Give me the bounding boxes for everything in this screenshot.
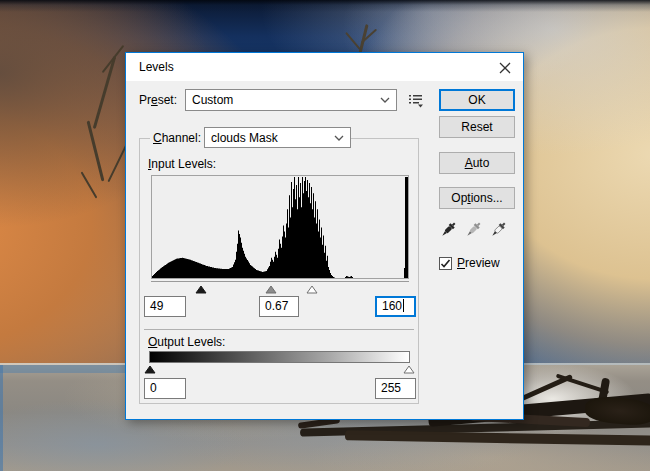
- highlight-input-slider[interactable]: [306, 283, 318, 292]
- output-white-slider[interactable]: [403, 363, 415, 372]
- screen: Levels Preset: Custom OK Reset Auto Opti…: [0, 0, 650, 471]
- water-edge: [0, 365, 3, 471]
- input-slider-track: [151, 281, 409, 282]
- chevron-down-icon: [334, 135, 344, 141]
- close-icon[interactable]: [497, 60, 513, 76]
- white-eyedropper-icon[interactable]: [487, 219, 509, 241]
- histogram-path: [152, 177, 408, 278]
- preset-label: Preset:: [139, 90, 177, 111]
- checkmark-icon: [439, 257, 452, 270]
- separator: [144, 329, 414, 330]
- levels-dialog: Levels Preset: Custom OK Reset Auto Opti…: [125, 52, 524, 420]
- preset-value: Custom: [186, 93, 380, 107]
- black-eyedropper-icon[interactable]: [437, 219, 459, 241]
- output-black-slider[interactable]: [144, 363, 156, 372]
- preset-menu-icon[interactable]: [406, 92, 426, 108]
- output-high-field[interactable]: 255: [375, 378, 416, 399]
- water-band: [0, 365, 125, 373]
- reset-button[interactable]: Reset: [439, 116, 515, 138]
- options-button[interactable]: Options...: [439, 187, 515, 209]
- midtone-input-field[interactable]: 0.67: [259, 296, 299, 317]
- preview-checkbox[interactable]: [439, 257, 452, 270]
- preset-dropdown[interactable]: Custom: [185, 89, 397, 111]
- channel-value: clouds Mask: [205, 131, 334, 145]
- dialog-titlebar: Levels: [126, 53, 523, 81]
- histogram: [151, 175, 409, 279]
- preview-label: Preview: [457, 254, 500, 272]
- output-low-field[interactable]: 0: [144, 378, 186, 399]
- chevron-down-icon: [380, 97, 390, 103]
- highlight-input-field[interactable]: 160: [375, 296, 416, 317]
- midtone-input-slider[interactable]: [265, 283, 277, 292]
- shadow-input-field[interactable]: 49: [144, 296, 186, 317]
- output-gradient-bar: [149, 351, 410, 363]
- text-caret: [403, 299, 404, 312]
- gray-eyedropper-icon[interactable]: [462, 219, 484, 241]
- channel-label: Channel:: [150, 128, 204, 149]
- ok-button[interactable]: OK: [439, 89, 515, 111]
- channel-dropdown[interactable]: clouds Mask: [204, 127, 351, 148]
- auto-button[interactable]: Auto: [439, 152, 515, 174]
- input-levels-label: Input Levels:: [148, 154, 216, 175]
- dialog-title: Levels: [139, 53, 174, 81]
- shadow-input-slider[interactable]: [195, 283, 207, 292]
- output-levels-label: Output Levels:: [148, 332, 225, 353]
